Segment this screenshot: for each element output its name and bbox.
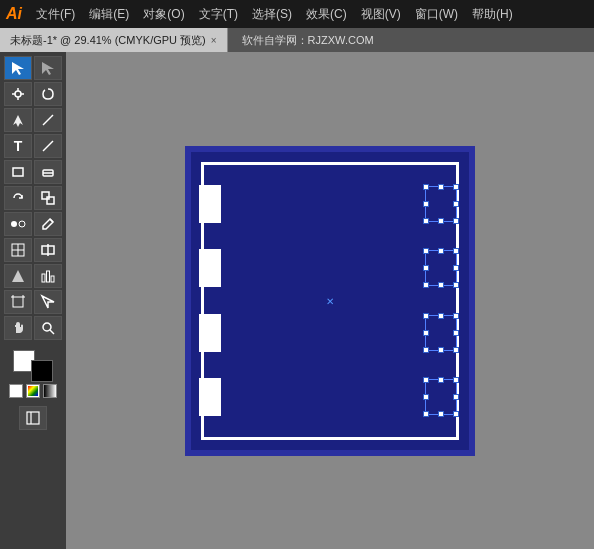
handle-br-4 — [453, 411, 459, 417]
tool-row-shape — [2, 160, 64, 184]
tab-close-button[interactable]: × — [211, 35, 217, 46]
menu-bar: 文件(F) 编辑(E) 对象(O) 文字(T) 选择(S) 效果(C) 视图(V… — [30, 4, 519, 25]
svg-point-15 — [11, 221, 17, 227]
eraser-tool[interactable] — [34, 160, 62, 184]
handle-tr-2 — [453, 248, 459, 254]
right-selected-objects — [425, 152, 461, 450]
graph-tool[interactable] — [34, 264, 62, 288]
handle-mr-4 — [453, 394, 459, 400]
rectangle-tool[interactable] — [4, 160, 32, 184]
handle-tl-1 — [423, 184, 429, 190]
menu-file[interactable]: 文件(F) — [30, 4, 81, 25]
tab-right-info: 软件自学网：RJZXW.COM — [232, 28, 384, 52]
tab-bar: 未标题-1* @ 29.41% (CMYK/GPU 预览) × 软件自学网：RJ… — [0, 28, 594, 52]
blend-tool[interactable] — [4, 212, 32, 236]
direct-selection-tool[interactable] — [34, 56, 62, 80]
none-color[interactable] — [9, 384, 23, 398]
handle-br-3 — [453, 347, 459, 353]
title-bar: Ai 文件(F) 编辑(E) 对象(O) 文字(T) 选择(S) 效果(C) 视… — [0, 0, 594, 28]
svg-rect-33 — [27, 412, 39, 424]
handle-tr-1 — [453, 184, 459, 190]
handle-bl-4 — [423, 411, 429, 417]
selected-object-2[interactable] — [425, 250, 457, 286]
handle-tr-3 — [453, 313, 459, 319]
handle-tm-4 — [438, 377, 444, 383]
handle-mr-1 — [453, 201, 459, 207]
eyedropper-tool[interactable] — [34, 212, 62, 236]
menu-type[interactable]: 文字(T) — [193, 4, 244, 25]
handle-bm-2 — [438, 282, 444, 288]
film-hole-1 — [199, 185, 221, 223]
tool-row-pen — [2, 108, 64, 132]
color-swatches — [2, 346, 64, 402]
handle-tr-4 — [453, 377, 459, 383]
change-screen-mode[interactable] — [19, 406, 47, 430]
svg-line-8 — [51, 115, 53, 117]
handle-bl-2 — [423, 282, 429, 288]
color-icon[interactable] — [26, 384, 40, 398]
fill-stroke-indicator[interactable] — [13, 350, 53, 382]
menu-object[interactable]: 对象(O) — [137, 4, 190, 25]
svg-point-16 — [19, 221, 25, 227]
paint-bucket-tool[interactable] — [4, 264, 32, 288]
artboard-tool[interactable] — [4, 290, 32, 314]
tool-row-artboard — [2, 290, 64, 314]
pencil-tool[interactable] — [34, 108, 62, 132]
pen-tool[interactable] — [4, 108, 32, 132]
menu-help[interactable]: 帮助(H) — [466, 4, 519, 25]
center-mark: ✕ — [326, 295, 334, 306]
scale-tool[interactable] — [34, 186, 62, 210]
document-tab[interactable]: 未标题-1* @ 29.41% (CMYK/GPU 预览) × — [0, 28, 228, 52]
zoom-tool[interactable] — [34, 316, 62, 340]
handle-bm-1 — [438, 218, 444, 224]
type-tool[interactable]: T — [4, 134, 32, 158]
stroke-color[interactable] — [31, 360, 53, 382]
magic-wand-tool[interactable] — [4, 82, 32, 106]
selected-object-3[interactable] — [425, 315, 457, 351]
gradient-icon[interactable] — [43, 384, 57, 398]
gradient-tool[interactable] — [34, 238, 62, 262]
handle-tm-2 — [438, 248, 444, 254]
handle-tl-4 — [423, 377, 429, 383]
tool-row-extra — [2, 406, 64, 430]
handle-tm-3 — [438, 313, 444, 319]
handle-bl-3 — [423, 347, 429, 353]
mesh-tool[interactable] — [4, 238, 32, 262]
menu-edit[interactable]: 编辑(E) — [83, 4, 135, 25]
svg-line-7 — [43, 117, 51, 125]
handle-br-2 — [453, 282, 459, 288]
hand-tool[interactable] — [4, 316, 32, 340]
menu-window[interactable]: 窗口(W) — [409, 4, 464, 25]
line-tool[interactable] — [34, 134, 62, 158]
selected-object-4[interactable] — [425, 379, 457, 415]
svg-rect-13 — [42, 192, 49, 199]
svg-rect-14 — [47, 197, 54, 204]
left-toolbar: T — [0, 52, 66, 549]
slice-tool[interactable] — [34, 290, 62, 314]
handle-tm-1 — [438, 184, 444, 190]
rotate-tool[interactable] — [4, 186, 32, 210]
color-mode-row — [6, 384, 60, 398]
handle-ml-4 — [423, 394, 429, 400]
svg-rect-24 — [47, 271, 50, 282]
menu-view[interactable]: 视图(V) — [355, 4, 407, 25]
selection-tool[interactable] — [4, 56, 32, 80]
handle-tl-3 — [423, 313, 429, 319]
film-hole-4 — [199, 378, 221, 416]
selected-object-1[interactable] — [425, 186, 457, 222]
svg-line-32 — [50, 330, 54, 334]
svg-line-9 — [43, 141, 53, 151]
menu-select[interactable]: 选择(S) — [246, 4, 298, 25]
handle-mr-2 — [453, 265, 459, 271]
lasso-tool[interactable] — [34, 82, 62, 106]
handle-ml-3 — [423, 330, 429, 336]
menu-effect[interactable]: 效果(C) — [300, 4, 353, 25]
handle-mr-3 — [453, 330, 459, 336]
handle-br-1 — [453, 218, 459, 224]
handle-bl-1 — [423, 218, 429, 224]
tool-row-selection — [2, 56, 64, 80]
canvas-area[interactable]: ✕ — [66, 52, 594, 549]
handle-ml-2 — [423, 265, 429, 271]
tool-row-graph — [2, 264, 64, 288]
ai-logo: Ai — [6, 5, 22, 23]
